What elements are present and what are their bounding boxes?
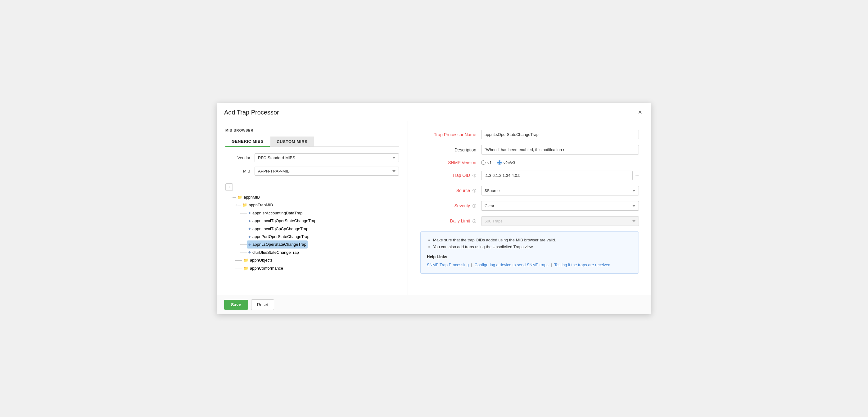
help-link-3[interactable]: Testing if the traps are received	[554, 262, 610, 267]
modal-body: MIB BROWSER GENERIC MIBS CUSTOM MIBS Ven…	[217, 121, 651, 295]
snmp-version-radio-group: v1 v2c/v3	[481, 160, 515, 165]
connector-trapMIB: ⬦—	[235, 202, 241, 208]
tree-label: appnLocalTgCpCpChangeTrap	[252, 225, 308, 232]
leaf-icon: ◆	[248, 218, 251, 224]
connector4: ——	[240, 234, 247, 240]
tree-folder-appnObjects[interactable]: 📁 appnObjects	[242, 256, 274, 264]
modal-title: Add Trap Processor	[224, 109, 279, 116]
leaf-icon: ◆	[248, 234, 251, 239]
source-select[interactable]: $Source	[481, 186, 639, 195]
leaf-icon: ◆	[248, 226, 251, 231]
tree-label-appnmib: appnMIB	[244, 194, 260, 201]
vendor-row: Vendor RFC-Standard-MIBS	[225, 153, 399, 162]
close-button[interactable]: ×	[636, 108, 644, 116]
list-item: —— ◆ appnLocalTgOperStateChangeTrap	[240, 217, 399, 225]
leaf-icon: ◆	[248, 242, 251, 247]
connector1: ——	[240, 210, 247, 216]
tree-add-button[interactable]: +	[225, 183, 233, 191]
connector-obj: ——	[235, 257, 242, 263]
description-label: Description	[420, 148, 476, 152]
vendor-label: Vendor	[225, 155, 250, 160]
oid-row: +	[481, 171, 639, 180]
tree-label: appnPortOperStateChangeTrap	[252, 233, 310, 240]
mib-select[interactable]: APPN-TRAP-MIB	[254, 167, 399, 175]
tree-node-appntrapMIB: ⬦— 📁 appnTrapMIB	[235, 201, 399, 256]
leaf-icon: ◆	[248, 250, 251, 255]
add-trap-processor-modal: Add Trap Processor × MIB BROWSER GENERIC…	[217, 103, 651, 314]
severity-select[interactable]: Clear Critical Major Minor Warning	[481, 201, 639, 211]
tree-label: appnIsrAccountingDataTrap	[252, 210, 302, 217]
source-info-icon: ⓘ	[472, 189, 476, 193]
mib-row: MIB APPN-TRAP-MIB	[225, 167, 399, 175]
plus-icon: +	[227, 185, 230, 190]
severity-row: Severity ⓘ Clear Critical Major Minor Wa…	[420, 201, 639, 211]
trap-oid-add-button[interactable]: +	[635, 172, 639, 179]
help-link-2[interactable]: Configuring a device to send SNMP traps	[475, 262, 549, 267]
tree-leaf-appnLocalTgCp[interactable]: ◆ appnLocalTgCpCpChangeTrap	[247, 225, 310, 233]
trap-oid-info-icon: ⓘ	[472, 173, 476, 178]
info-bullet-1: Make sure that the trap OIDs added using…	[433, 237, 632, 244]
connector2: ——	[240, 218, 247, 224]
vendor-select[interactable]: RFC-Standard-MIBS	[254, 153, 399, 162]
trap-oid-input[interactable]	[481, 171, 633, 180]
folder-icon-trapMIB: 📁	[242, 201, 247, 208]
daily-limit-row: Daily Limit ⓘ 500 Traps	[420, 216, 639, 226]
tab-bar: GENERIC MIBS CUSTOM MIBS	[225, 136, 399, 147]
daily-limit-select[interactable]: 500 Traps	[481, 216, 639, 226]
tree-folder-appnmib[interactable]: 📁 appnMIB	[236, 193, 261, 201]
description-input[interactable]	[481, 145, 639, 155]
tree-folder-appntrapMIB[interactable]: 📁 appnTrapMIB	[241, 201, 274, 209]
snmp-v2c-label[interactable]: v2c/v3	[497, 160, 515, 165]
connector3: ——	[240, 226, 247, 232]
right-panel: Trap Processor Name Description SNMP Ver…	[408, 121, 651, 295]
tree-label: dlurDlusStateChangeTrap	[252, 249, 299, 256]
tree-leaf-appnIsrAccounting[interactable]: ◆ appnIsrAccountingDataTrap	[247, 209, 304, 217]
tree-connector-root: ⬦—	[230, 194, 236, 200]
tree-leaf-appnPortOper[interactable]: ◆ appnPortOperStateChangeTrap	[247, 233, 311, 240]
leaf-icon: ◆	[248, 210, 251, 216]
help-link-1[interactable]: SNMP Trap Processing	[427, 262, 469, 267]
list-item: —— ◆ appnPortOperStateChangeTrap	[240, 233, 399, 240]
tree-leaf-appnLocalTgOper[interactable]: ◆ appnLocalTgOperStateChangeTrap	[247, 217, 318, 225]
trap-processor-name-label: Trap Processor Name	[420, 132, 476, 137]
tree-label: appnLocalTgOperStateChangeTrap	[252, 217, 316, 224]
snmp-version-row: SNMP Version v1 v2c/v3	[420, 160, 639, 165]
tree-folder-appnConformance[interactable]: 📁 appnConformance	[242, 264, 284, 272]
save-button[interactable]: Save	[224, 300, 248, 310]
list-item: —— ◆ appnLocalTgCpCpChangeTrap	[240, 225, 399, 233]
trap-processor-name-row: Trap Processor Name	[420, 130, 639, 139]
trap-processor-name-input[interactable]	[481, 130, 639, 139]
severity-info-icon: ⓘ	[472, 204, 476, 208]
modal-footer: Save Reset	[217, 295, 651, 314]
snmp-v1-label[interactable]: v1	[481, 160, 492, 165]
tab-custom-mibs[interactable]: CUSTOM MIBS	[270, 136, 314, 147]
description-row: Description	[420, 145, 639, 155]
list-item: —— ◆ dlurDlusStateChangeTrap	[240, 249, 399, 256]
connector-conf: ——	[235, 265, 242, 271]
tab-generic-mibs[interactable]: GENERIC MIBS	[225, 136, 270, 147]
snmp-v1-radio[interactable]	[481, 160, 486, 165]
separator-1: |	[471, 262, 473, 267]
list-item: —— ◆ appnLsOperStateChangeTrap	[240, 240, 399, 248]
help-links-row: SNMP Trap Processing | Configuring a dev…	[427, 262, 632, 268]
connector6: ——	[240, 250, 247, 256]
tree-node-appnConformance: —— 📁 appnConformance	[235, 264, 399, 272]
source-row: Source ⓘ $Source	[420, 186, 639, 195]
list-item: —— ◆ appnIsrAccountingDataTrap	[240, 209, 399, 217]
tree-label-appntrapMIB: appnTrapMIB	[249, 201, 273, 208]
mib-browser-label: MIB BROWSER	[225, 128, 399, 132]
snmp-v2c-radio[interactable]	[497, 160, 502, 165]
info-box: Make sure that the trap OIDs added using…	[420, 231, 639, 274]
tree-leaf-dlurDlus[interactable]: ◆ dlurDlusStateChangeTrap	[247, 249, 300, 256]
snmp-v2c-text: v2c/v3	[503, 160, 515, 165]
tree-container: + ⬦— 📁 appnMIB	[225, 183, 399, 272]
folder-icon: 📁	[237, 194, 242, 201]
tree-label-appnObjects: appnObjects	[250, 257, 273, 264]
daily-limit-label: Daily Limit ⓘ	[420, 218, 476, 224]
folder-icon-obj: 📁	[243, 257, 248, 264]
snmp-version-label: SNMP Version	[420, 160, 476, 165]
daily-limit-info-icon: ⓘ	[472, 219, 476, 223]
reset-button[interactable]: Reset	[251, 299, 274, 310]
left-panel: MIB BROWSER GENERIC MIBS CUSTOM MIBS Ven…	[217, 121, 408, 295]
tree-leaf-appnLsOper[interactable]: ◆ appnLsOperStateChangeTrap	[247, 240, 308, 248]
